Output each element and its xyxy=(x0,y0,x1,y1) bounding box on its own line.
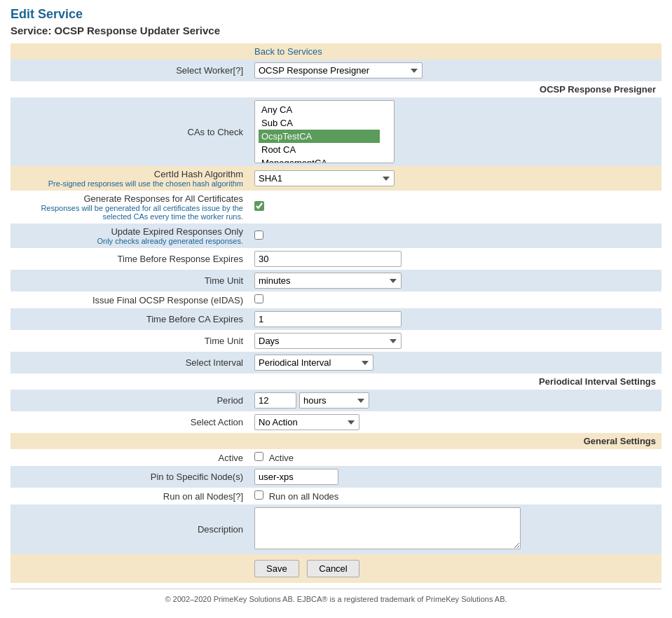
back-to-services-link[interactable]: Back to Services xyxy=(254,46,322,57)
footer-text: © 2002–2020 PrimeKey Solutions AB. EJBCA… xyxy=(11,589,661,609)
description-textarea[interactable] xyxy=(254,507,521,549)
ca-option-sub: Sub CA xyxy=(259,116,380,130)
run-all-nodes-checkbox[interactable] xyxy=(254,490,263,500)
time-unit-response-select[interactable]: minutes hours days xyxy=(254,273,402,289)
ca-option-any: Any CA xyxy=(259,103,380,116)
description-label: Description xyxy=(198,524,243,535)
service-name: Service: OCSP Response Updater Serivce xyxy=(11,25,661,36)
select-interval-select[interactable]: Periodical Interval Manual Daily Weekly … xyxy=(254,355,373,371)
issue-final-ocsp-label: Issue Final OCSP Response (eIDAS) xyxy=(92,295,243,305)
run-all-nodes-text: Run on all Nodes xyxy=(269,491,339,502)
certid-hash-select[interactable]: SHA1 SHA256 SHA384 SHA512 xyxy=(254,170,395,186)
active-text: Active xyxy=(269,453,294,463)
run-all-nodes-label: Run on all Nodes[?] xyxy=(163,491,243,502)
update-expired-label: Update Expired Responses Only xyxy=(111,226,243,237)
select-interval-label: Select Interval xyxy=(186,357,243,368)
page-title: Edit Service xyxy=(11,7,661,22)
section-periodical-header: Periodical Interval Settings xyxy=(539,376,656,387)
period-input[interactable] xyxy=(254,392,296,408)
generate-responses-checkbox[interactable] xyxy=(254,201,264,211)
certid-hash-hint: Pre-signed responses will use the chosen… xyxy=(16,179,243,188)
save-button[interactable]: Save xyxy=(254,560,299,577)
time-before-ca-input[interactable] xyxy=(254,311,402,327)
time-before-response-label: Time Before Response Expires xyxy=(118,254,243,264)
update-expired-hint: Only checks already generated responses. xyxy=(16,237,243,245)
generate-responses-hint: Responses will be generated for all cert… xyxy=(16,204,243,221)
time-unit-ca-select[interactable]: Minutes Hours Days xyxy=(254,333,402,349)
pin-to-node-label: Pin to Specific Node(s) xyxy=(151,472,243,482)
active-checkbox[interactable] xyxy=(254,452,263,461)
generate-responses-label: Generate Responses for All Certificates xyxy=(83,193,243,204)
select-worker-label: Select Worker[?] xyxy=(176,65,243,76)
cancel-button[interactable]: Cancel xyxy=(307,560,359,577)
worker-select[interactable]: OCSP Response Presigner xyxy=(254,62,423,78)
update-expired-checkbox[interactable] xyxy=(254,231,263,240)
section-general-header: General Settings xyxy=(584,436,656,446)
period-label: Period xyxy=(217,395,243,406)
section-ocsp-header: OCSP Response Presigner xyxy=(540,84,656,95)
ca-listbox[interactable]: Any CA Sub CA OcspTestCA Root CA Managem… xyxy=(254,100,395,163)
select-action-select[interactable]: No Action Restart Service Reload Service xyxy=(254,414,359,430)
period-unit-select[interactable]: seconds minutes hours days xyxy=(299,392,369,408)
select-action-label: Select Action xyxy=(191,417,243,427)
issue-final-ocsp-checkbox[interactable] xyxy=(254,294,263,303)
ca-option-mgmt: ManagementCA xyxy=(259,156,380,163)
time-before-response-input[interactable] xyxy=(254,251,402,267)
certid-hash-label: CertId Hash Algorithm xyxy=(154,169,243,179)
ca-check-label: CAs to Check xyxy=(188,127,243,137)
ca-option-root: Root CA xyxy=(259,143,380,156)
ca-option-ocsp: OcspTestCA xyxy=(259,130,380,143)
pin-to-node-input[interactable] xyxy=(254,469,338,485)
active-label: Active xyxy=(219,453,243,463)
time-before-ca-label: Time Before CA Expires xyxy=(146,314,243,324)
time-unit-response-label: Time Unit xyxy=(205,275,243,286)
time-unit-ca-label: Time Unit xyxy=(205,336,243,346)
